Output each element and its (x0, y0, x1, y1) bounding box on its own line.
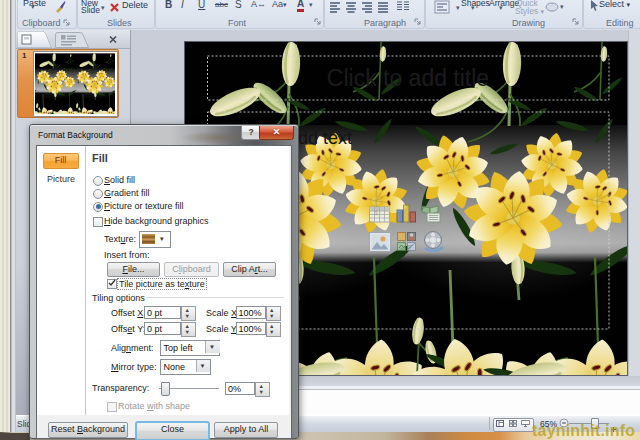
svg-text:dd text: dd text (298, 128, 352, 148)
svg-text:Click to add title: Click to add title (327, 65, 489, 91)
